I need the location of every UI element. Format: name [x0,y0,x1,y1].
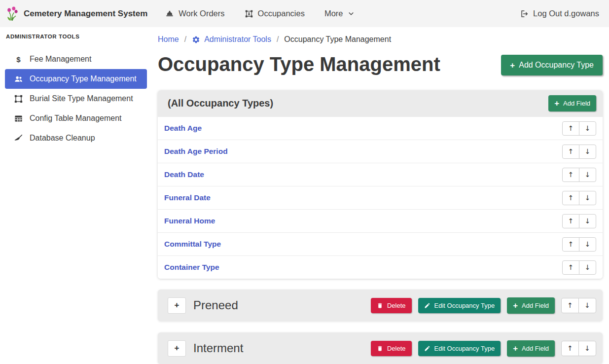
move-down-button[interactable]: ↓ [579,237,596,252]
logout-link[interactable]: Log Out d.gowans [520,9,599,18]
sidebar-item-label: Occupancy Type Management [30,74,137,83]
reorder-buttons: ↑ ↓ [562,191,596,205]
sidebar-item-label: Burial Site Type Management [30,94,133,103]
move-up-button[interactable]: ↑ [561,341,579,356]
add-field-button[interactable]: + Add Field [507,340,555,357]
move-down-button[interactable]: ↓ [578,298,596,313]
move-up-button[interactable]: ↑ [561,298,579,313]
reorder-buttons: ↑ ↓ [561,341,596,356]
field-row: Death Date ↑ ↓ [158,163,603,186]
pencil-icon [424,302,430,309]
type-section-preneed: + Preneed Delete Edit Occupancy Type + A… [158,290,603,321]
sidebar-item-burial-site-type-management[interactable]: Burial Site Type Management [5,89,147,109]
field-link[interactable]: Committal Type [164,240,221,249]
expand-button[interactable]: + [168,340,186,357]
field-link[interactable]: Death Age Period [164,147,228,156]
reorder-buttons: ↑ ↓ [562,260,596,275]
reorder-buttons: ↑ ↓ [561,298,596,313]
field-link[interactable]: Death Date [164,170,204,179]
move-down-button[interactable]: ↓ [579,191,596,205]
nav-item-label: Occupancies [258,9,305,18]
page-title: Occupancy Type Management [158,51,440,77]
app-title: Cemetery Management System [24,9,147,19]
edit-occupancy-type-button[interactable]: Edit Occupancy Type [418,341,501,356]
table-icon [14,114,23,123]
field-row: Death Age Period ↑ ↓ [158,140,603,163]
sidebar-item-label: Database Cleanup [30,134,95,143]
reorder-buttons: ↑ ↓ [562,237,596,252]
breadcrumb-label: Administrator Tools [204,35,271,44]
sidebar-item-label: Fee Management [30,55,91,64]
navbar-menu: Work Orders Occupancies More [165,9,354,18]
trash-icon [377,345,383,352]
field-row: Funeral Date ↑ ↓ [158,186,603,209]
add-field-button[interactable]: + Add Field [548,95,596,111]
brand-link[interactable]: Cemetery Management System [6,6,147,21]
expand-button[interactable]: + [168,297,186,314]
nav-occupancies[interactable]: Occupancies [245,9,305,18]
main-content: Home / Administrator Tools / Occupancy T… [153,27,609,364]
field-link[interactable]: Funeral Date [164,193,211,202]
delete-button[interactable]: Delete [371,341,412,356]
field-row: Container Type ↑ ↓ [158,255,603,279]
move-up-button[interactable]: ↑ [562,121,579,136]
users-icon [14,74,23,84]
reorder-buttons: ↑ ↓ [562,168,596,182]
sidebar-item-label: Config Table Management [30,114,122,123]
top-navbar: Cemetery Management System Work Orders O… [0,0,609,27]
tulip-logo-icon [6,6,19,21]
move-down-button[interactable]: ↓ [579,260,596,275]
chevron-down-icon [348,10,355,17]
occupancies-icon [245,9,253,18]
add-occupancy-type-button[interactable]: + Add Occupancy Type [501,55,603,75]
sidebar-item-fee-management[interactable]: Fee Management [5,49,147,69]
edit-occupancy-type-button[interactable]: Edit Occupancy Type [418,298,501,313]
navbar-right: Log Out d.gowans [520,9,599,18]
move-up-button[interactable]: ↑ [562,260,579,275]
type-section-interment: + Interment Delete Edit Occupancy Type +… [158,332,603,364]
move-up-button[interactable]: ↑ [562,168,579,182]
field-link[interactable]: Funeral Home [164,217,215,225]
move-down-button[interactable]: ↓ [579,168,596,182]
nav-more[interactable]: More [324,9,355,18]
nav-work-orders[interactable]: Work Orders [165,9,224,18]
gear-icon [192,36,200,44]
move-down-button[interactable]: ↓ [578,341,596,356]
field-link[interactable]: Container Type [164,263,219,272]
plus-icon: + [510,61,515,70]
reorder-buttons: ↑ ↓ [562,121,596,136]
title-row: Occupancy Type Management + Add Occupanc… [158,51,603,77]
move-down-button[interactable]: ↓ [579,214,596,228]
reorder-buttons: ↑ ↓ [562,214,596,228]
broom-icon [14,134,23,143]
breadcrumb-label: Occupancy Type Management [284,35,391,44]
breadcrumb-home[interactable]: Home [158,35,179,44]
all-occupancy-types-card: (All Occupancy Types) + Add Field Death … [158,90,603,279]
delete-button[interactable]: Delete [371,298,412,313]
logout-label: Log Out d.gowans [533,9,599,18]
field-row: Death Age ↑ ↓ [158,116,603,140]
logout-icon [520,9,529,18]
move-down-button[interactable]: ↓ [579,145,596,159]
breadcrumb: Home / Administrator Tools / Occupancy T… [158,35,603,44]
plus-icon: + [513,344,518,353]
field-row: Funeral Home ↑ ↓ [158,209,603,232]
move-up-button[interactable]: ↑ [562,191,579,205]
occupancy-type-title: Interment [193,341,243,355]
section-actions: Delete Edit Occupancy Type + Add Field ↑… [371,340,596,357]
object-group-icon [14,94,23,104]
nav-item-label: More [324,9,343,18]
move-up-button[interactable]: ↑ [562,145,579,159]
sidebar-item-occupancy-type-management[interactable]: Occupancy Type Management [5,69,147,89]
move-up-button[interactable]: ↑ [562,237,579,252]
breadcrumb-administrator-tools[interactable]: Administrator Tools [192,35,271,44]
add-field-button[interactable]: + Add Field [507,297,555,314]
breadcrumb-current-page: Occupancy Type Management [284,35,391,44]
dollar-icon [14,55,23,64]
field-link[interactable]: Death Age [164,124,202,133]
all-types-card-header: (All Occupancy Types) + Add Field [158,90,603,116]
move-down-button[interactable]: ↓ [579,121,596,136]
sidebar-item-database-cleanup[interactable]: Database Cleanup [5,128,147,148]
sidebar-item-config-table-management[interactable]: Config Table Management [5,109,147,128]
move-up-button[interactable]: ↑ [562,214,579,228]
